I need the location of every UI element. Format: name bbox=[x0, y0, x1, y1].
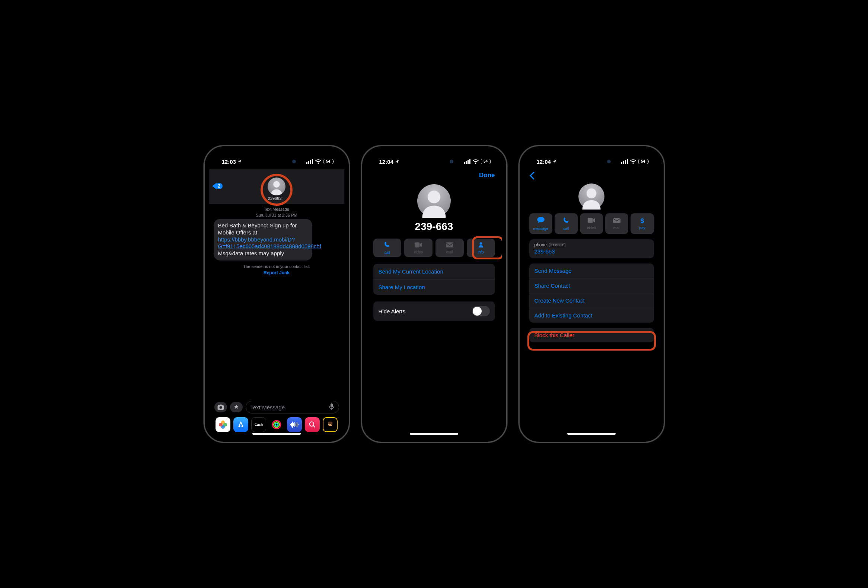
home-indicator[interactable] bbox=[410, 433, 458, 435]
cellular-icon bbox=[621, 159, 628, 164]
svg-rect-16 bbox=[293, 423, 294, 426]
done-button[interactable]: Done bbox=[479, 172, 495, 179]
svg-rect-32 bbox=[446, 242, 453, 247]
phone-cell[interactable]: phone RECENT 239-663 bbox=[529, 239, 654, 258]
svg-rect-18 bbox=[295, 423, 296, 426]
call-button[interactable]: call bbox=[373, 239, 402, 257]
hide-alerts-label: Hide Alerts bbox=[379, 308, 406, 314]
svg-point-24 bbox=[329, 424, 329, 424]
search-app-icon[interactable] bbox=[305, 417, 320, 432]
svg-rect-3 bbox=[312, 159, 313, 164]
svg-rect-31 bbox=[415, 242, 419, 247]
message-bubble[interactable]: Bed Bath & Beyond: Sign up for Mobile Of… bbox=[214, 219, 312, 261]
memoji-app-icon[interactable] bbox=[323, 417, 338, 432]
phone-number[interactable]: 239-663 bbox=[534, 248, 649, 255]
conversation-header[interactable]: 2 239663〉 bbox=[209, 169, 344, 204]
create-contact-button[interactable]: Create New Contact bbox=[529, 293, 654, 308]
applecash-app-icon[interactable]: Cash bbox=[251, 417, 266, 432]
phone-frame-2: 12:04 54 Done 239-663 call bbox=[361, 145, 507, 443]
message-type-label: Text Message bbox=[214, 207, 340, 211]
recent-badge: RECENT bbox=[549, 243, 565, 247]
photos-app-icon[interactable] bbox=[216, 417, 230, 432]
contact-number: 239-663 bbox=[367, 221, 502, 233]
message-button[interactable]: message bbox=[529, 213, 552, 234]
svg-rect-13 bbox=[290, 424, 291, 425]
message-icon bbox=[537, 217, 545, 225]
annotation-box bbox=[527, 331, 656, 351]
clock: 12:04 bbox=[537, 159, 551, 165]
location-icon bbox=[395, 159, 399, 165]
audio-app-icon[interactable] bbox=[287, 417, 302, 432]
svg-rect-27 bbox=[466, 161, 467, 164]
send-message-button[interactable]: Send Message bbox=[529, 264, 654, 278]
mail-button[interactable]: mail bbox=[605, 213, 628, 234]
back-button[interactable]: 2 bbox=[212, 183, 223, 189]
svg-rect-29 bbox=[469, 159, 471, 164]
video-button[interactable]: video bbox=[580, 213, 603, 234]
message-link[interactable]: https://bbby.bbbeyond.mobi/D?G=f9115ec60… bbox=[218, 236, 321, 250]
phone-icon bbox=[384, 241, 390, 250]
svg-point-38 bbox=[587, 188, 597, 198]
report-junk-button[interactable]: Report Junk bbox=[214, 270, 340, 276]
svg-rect-36 bbox=[625, 160, 626, 164]
mail-icon bbox=[446, 242, 453, 249]
svg-rect-1 bbox=[308, 161, 309, 164]
call-button[interactable]: call bbox=[555, 213, 578, 234]
svg-point-9 bbox=[219, 423, 223, 426]
wifi-icon bbox=[630, 159, 636, 164]
phone-icon bbox=[563, 217, 570, 225]
share-contact-button[interactable]: Share Contact bbox=[529, 278, 654, 293]
wifi-icon bbox=[473, 159, 479, 164]
camera-button[interactable] bbox=[214, 402, 227, 412]
contact-avatar bbox=[417, 184, 451, 218]
message-timestamp: Sun, Jul 31 at 2:36 PM bbox=[214, 213, 340, 217]
svg-rect-17 bbox=[294, 422, 295, 427]
wifi-icon bbox=[315, 159, 321, 164]
svg-rect-2 bbox=[310, 160, 311, 164]
unknown-sender-note: The sender is not in your contact list. bbox=[214, 264, 340, 269]
message-input[interactable]: Text Message bbox=[246, 401, 339, 413]
svg-rect-23 bbox=[328, 421, 332, 424]
svg-rect-15 bbox=[292, 421, 293, 427]
svg-point-21 bbox=[310, 422, 314, 426]
unread-badge: 2 bbox=[216, 183, 223, 189]
svg-point-12 bbox=[275, 423, 278, 426]
location-icon bbox=[238, 159, 242, 165]
back-button[interactable] bbox=[529, 172, 534, 181]
hide-alerts-row: Hide Alerts bbox=[373, 301, 495, 321]
svg-rect-26 bbox=[464, 162, 465, 164]
pay-icon: $ bbox=[641, 217, 644, 225]
svg-rect-28 bbox=[468, 160, 469, 164]
appstore-app-icon[interactable] bbox=[233, 417, 248, 432]
contact-actions-row: call video mail info bbox=[367, 239, 502, 257]
hide-alerts-toggle[interactable] bbox=[472, 306, 490, 316]
home-indicator[interactable] bbox=[567, 433, 616, 435]
video-button[interactable]: video bbox=[404, 239, 433, 257]
battery-indicator: 54 bbox=[638, 159, 648, 164]
location-group: Send My Current Location Share My Locati… bbox=[373, 264, 495, 295]
contact-avatar bbox=[579, 183, 604, 209]
share-location-button[interactable]: Share My Location bbox=[373, 279, 495, 295]
fitness-app-icon[interactable] bbox=[269, 417, 284, 432]
dynamic-island bbox=[412, 155, 456, 168]
app-dock: Cash bbox=[212, 416, 341, 432]
input-placeholder: Text Message bbox=[251, 404, 285, 411]
cellular-icon bbox=[464, 159, 471, 164]
svg-rect-34 bbox=[621, 162, 622, 164]
svg-rect-5 bbox=[331, 404, 333, 408]
clock: 12:03 bbox=[222, 159, 236, 165]
home-indicator[interactable] bbox=[252, 433, 301, 435]
cellular-icon bbox=[306, 159, 313, 164]
video-icon bbox=[588, 217, 595, 225]
add-existing-button[interactable]: Add to Existing Contact bbox=[529, 308, 654, 323]
clock: 12:04 bbox=[379, 159, 393, 165]
mail-button[interactable]: mail bbox=[435, 239, 464, 257]
svg-point-25 bbox=[331, 424, 332, 424]
battery-indicator: 54 bbox=[481, 159, 490, 164]
svg-rect-40 bbox=[613, 218, 620, 223]
appstore-button[interactable] bbox=[230, 402, 243, 412]
annotation-circle bbox=[261, 174, 292, 206]
dictate-icon[interactable] bbox=[329, 404, 334, 411]
pay-button[interactable]: $ pay bbox=[630, 213, 654, 234]
send-location-button[interactable]: Send My Current Location bbox=[373, 264, 495, 279]
